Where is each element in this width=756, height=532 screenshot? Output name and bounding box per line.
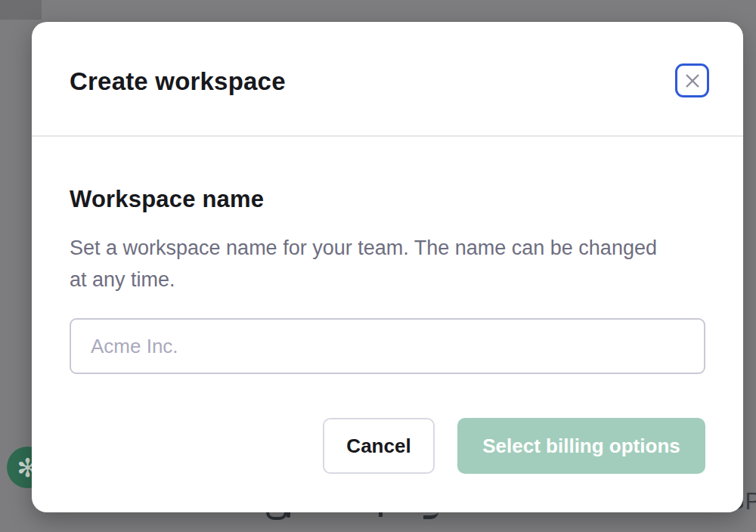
description-line-1: Set a workspace name for your team. The … (70, 232, 720, 264)
dialog-title: Create workspace (70, 67, 286, 96)
create-workspace-dialog: Create workspace Workspace name Set a wo… (32, 22, 743, 512)
cancel-button[interactable]: Cancel (323, 418, 435, 474)
description-line-2: at any time. (70, 264, 720, 295)
header-divider (32, 135, 743, 137)
workspace-name-input[interactable] (70, 318, 705, 374)
close-icon (683, 72, 702, 90)
background-sidebar-fragment (0, 0, 42, 20)
workspace-name-heading: Workspace name (70, 186, 264, 213)
workspace-name-description: Set a workspace name for your team. The … (70, 232, 720, 295)
select-billing-options-button[interactable]: Select billing options (457, 418, 705, 474)
close-button[interactable] (675, 63, 709, 97)
